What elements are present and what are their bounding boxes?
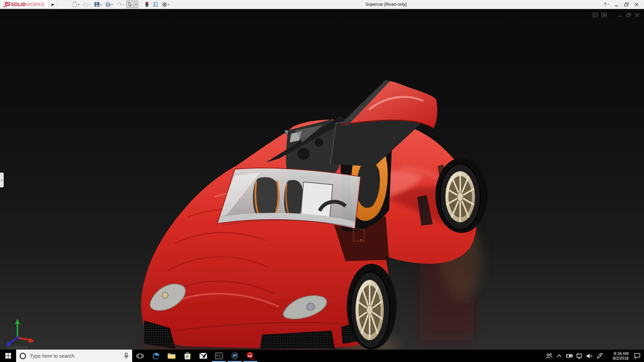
open-folder-icon — [83, 2, 89, 7]
file-properties-button[interactable] — [152, 1, 160, 8]
select-button[interactable]: ▾ — [126, 1, 138, 8]
svg-text:C:\_: C:\_ — [216, 355, 221, 357]
pen-icon — [597, 353, 602, 359]
new-dropdown-caret[interactable]: ▾ — [78, 3, 80, 6]
microsoft-store-icon — [184, 352, 191, 360]
options-dropdown-caret[interactable]: ▾ — [168, 3, 170, 6]
flyout-arrow-icon: ▶ — [51, 2, 54, 7]
edge-icon — [152, 352, 160, 360]
volume-icon — [586, 353, 593, 359]
standard-toolbar: ▾ ▾ ▾ — [57, 0, 171, 9]
orientation-triad — [2, 317, 39, 348]
save-dropdown-caret[interactable]: ▾ — [100, 3, 102, 6]
gear-icon — [162, 2, 167, 7]
file-properties-icon — [153, 2, 158, 7]
help-icon: ? — [604, 2, 606, 7]
front-right-wheel[interactable] — [347, 264, 396, 350]
task-view-icon — [137, 353, 144, 359]
doc-close-icon[interactable] — [635, 13, 640, 17]
feature-panel-tab[interactable] — [0, 173, 4, 187]
save-button[interactable]: ▾ — [93, 1, 103, 8]
people-icon — [546, 353, 552, 359]
clock[interactable]: 8:16 AM 8/2/2018 — [604, 351, 630, 361]
cortana-icon — [19, 352, 26, 360]
undo-dropdown-caret: ▾ — [122, 3, 124, 6]
chevron-up-icon — [557, 354, 561, 357]
rear-right-wheel[interactable] — [435, 158, 488, 233]
titlebar: ƷS SOLIDWORKS ▶ ▾ ▾ — [0, 0, 644, 9]
task-view-button[interactable] — [132, 350, 148, 362]
options-button[interactable]: ▾ — [160, 1, 171, 8]
pane-toggle-icon[interactable] — [593, 12, 598, 18]
hexagon-app-icon — [231, 352, 239, 360]
rebuild-traffic-light-icon — [144, 2, 150, 7]
undo-button[interactable]: ▾ — [115, 1, 125, 8]
hidden-icons-button[interactable] — [554, 350, 564, 362]
battery-charging-icon — [566, 354, 573, 358]
start-button[interactable] — [0, 350, 16, 362]
document-window-controls — [593, 12, 640, 18]
taskbar-search[interactable] — [16, 350, 132, 362]
solidworks-logo-icon: ƷS — [3, 1, 10, 8]
graphics-viewport[interactable]: *Dimetric + — [0, 9, 644, 350]
windows-taskbar: C:\_ SW 2017 — [0, 350, 644, 362]
open-button[interactable]: ▾ — [82, 1, 92, 8]
select-dropdown-caret[interactable]: ▾ — [134, 3, 137, 6]
people-button[interactable] — [544, 350, 554, 362]
new-document-icon — [72, 2, 77, 7]
taskbar-app-command-prompt[interactable]: C:\_ — [211, 350, 227, 362]
help-button[interactable]: ? ▾ — [604, 2, 609, 7]
tray-time: 8:16 AM — [604, 351, 629, 356]
print-button[interactable]: ▾ — [104, 1, 114, 8]
volume-button[interactable] — [584, 350, 594, 362]
minimize-button[interactable] — [614, 2, 619, 7]
menu-flyout-button[interactable]: ▶ — [49, 0, 57, 9]
windows-logo-icon — [5, 353, 11, 359]
file-explorer-icon — [167, 352, 176, 359]
new-document-button[interactable]: ▾ — [71, 1, 81, 8]
taskbar-app-mail[interactable] — [195, 350, 211, 362]
network-icon — [576, 353, 583, 359]
open-dropdown-caret: ▾ — [89, 3, 91, 6]
solidworks-logo[interactable]: ƷS SOLIDWORKS — [0, 0, 49, 9]
solidworks-2017-icon: SW 2017 — [246, 351, 256, 360]
window-title: Supercar [Read-only] — [171, 0, 601, 9]
help-dropdown-caret: ▾ — [607, 3, 609, 6]
undo-arrow-icon — [116, 2, 122, 7]
taskbar-app-file-explorer[interactable] — [164, 350, 179, 362]
panel-tab-grip — [1, 179, 3, 181]
command-prompt-icon: C:\_ — [215, 352, 223, 359]
action-center-button[interactable] — [630, 353, 644, 359]
restore-button[interactable] — [624, 2, 629, 7]
battery-button[interactable] — [564, 350, 574, 362]
doc-minimize-icon[interactable] — [618, 13, 623, 17]
pen-button[interactable] — [594, 350, 604, 362]
taskbar-app-store[interactable] — [179, 350, 195, 362]
taskbar-app-solidworks[interactable]: SW 2017 — [243, 350, 258, 362]
brand-works: WORKS — [26, 2, 44, 7]
rebuild-button[interactable] — [143, 1, 151, 8]
action-center-icon — [634, 353, 640, 359]
taskbar-app-hexagon-3d[interactable] — [227, 350, 243, 362]
pane-toggle-alt-icon[interactable] — [601, 12, 607, 18]
selection-marker: + — [353, 229, 364, 241]
close-button[interactable] — [634, 2, 639, 7]
printer-icon — [105, 2, 111, 7]
print-dropdown-caret[interactable]: ▾ — [111, 3, 113, 6]
svg-text:SW: SW — [248, 355, 252, 358]
selection-plus-icon: + — [360, 238, 363, 242]
microphone-icon[interactable] — [124, 353, 129, 359]
doc-restore-icon[interactable] — [626, 13, 632, 17]
view-orientation-label: *Dimetric — [7, 344, 29, 350]
taskbar-app-edge[interactable] — [148, 350, 164, 362]
network-button[interactable] — [574, 350, 584, 362]
svg-text:2017: 2017 — [250, 358, 255, 360]
mail-icon — [199, 353, 207, 359]
system-tray: 8:16 AM 8/2/2018 — [544, 350, 644, 362]
save-disk-icon — [94, 2, 100, 7]
select-cursor-icon — [127, 2, 133, 7]
tray-date: 8/2/2018 — [604, 356, 629, 361]
car-3d-model[interactable] — [0, 9, 644, 350]
search-input[interactable] — [30, 353, 120, 359]
brand-solid: SOLID — [11, 2, 26, 7]
